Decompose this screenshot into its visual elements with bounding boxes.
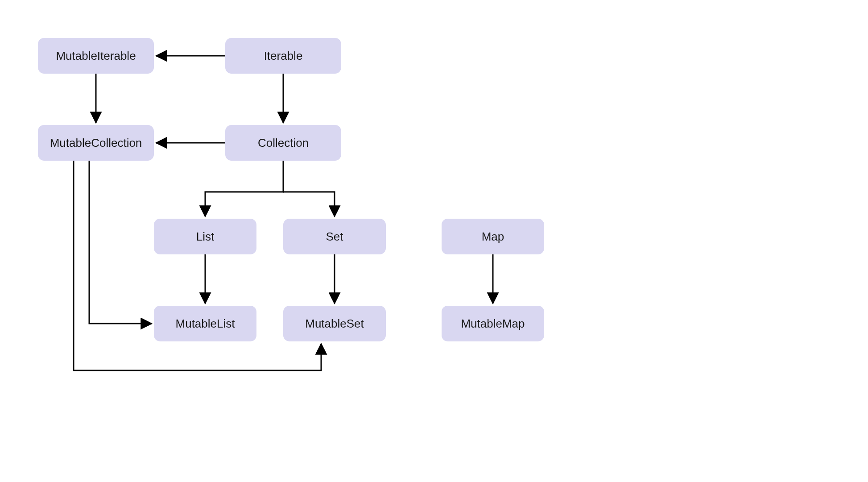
node-collection: Collection xyxy=(225,125,341,161)
node-mutable-collection: MutableCollection xyxy=(38,125,154,161)
node-iterable: Iterable xyxy=(225,38,341,74)
node-label: MutableCollection xyxy=(50,136,142,150)
node-mutable-list: MutableList xyxy=(154,306,256,341)
node-label: MutableIterable xyxy=(56,49,136,63)
node-label: Iterable xyxy=(264,49,303,63)
node-label: MutableMap xyxy=(461,317,525,331)
node-list: List xyxy=(154,219,256,254)
node-label: MutableList xyxy=(176,317,235,331)
node-label: Map xyxy=(482,230,504,244)
node-label: Collection xyxy=(258,136,309,150)
node-mutable-map: MutableMap xyxy=(442,306,544,341)
node-mutable-iterable: MutableIterable xyxy=(38,38,154,74)
node-label: MutableSet xyxy=(305,317,364,331)
node-set: Set xyxy=(283,219,386,254)
node-mutable-set: MutableSet xyxy=(283,306,386,341)
node-label: List xyxy=(196,230,214,244)
node-map: Map xyxy=(442,219,544,254)
edge-collection-branch-set xyxy=(283,192,335,216)
edge-collection-branch xyxy=(205,161,283,216)
node-label: Set xyxy=(326,230,343,244)
edge-mutablecollection-to-mutablelist xyxy=(89,161,152,324)
